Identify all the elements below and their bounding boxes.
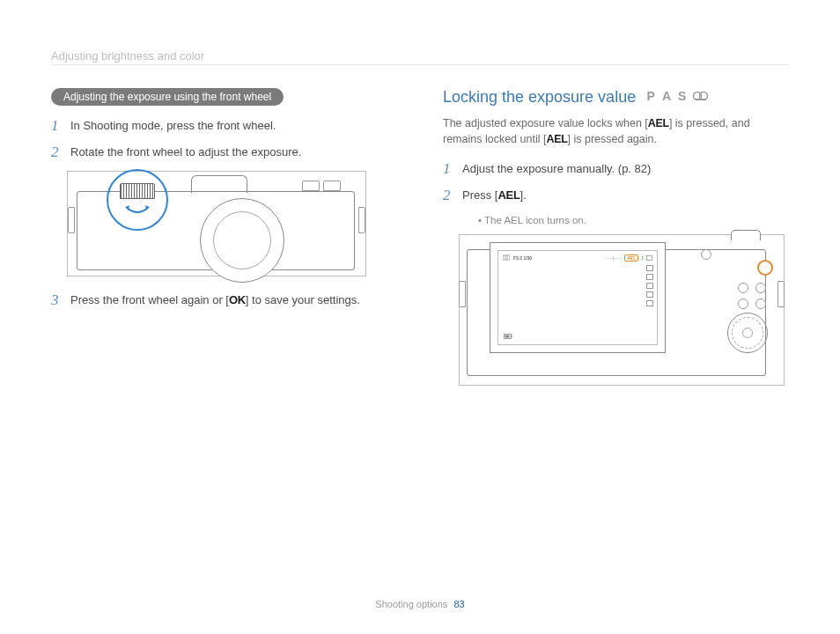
ael-button-label: AEL (648, 117, 669, 129)
left-steps: 1 In Shooting mode, press the front whee… (51, 118, 397, 160)
control-dial-icon (727, 313, 768, 353)
left-steps-cont: 3 Press the front wheel again or [OK] to… (51, 292, 397, 308)
camera-hump (191, 175, 247, 193)
content-columns: Adjusting the exposure using the front w… (51, 88, 789, 402)
step-text: Press the front wheel again or [OK] to s… (70, 292, 360, 308)
step-number: 1 (443, 161, 455, 177)
step-text: Rotate the front wheel to adjust the exp… (70, 144, 301, 160)
strap-lug-right (358, 207, 365, 233)
strap-lug-left (68, 207, 75, 233)
movie-mode-icon (693, 91, 709, 101)
camera-back-illustration: F3.2 1/30 ·····|····· AEL 1 (459, 234, 785, 386)
step-2: 2 Rotate the front wheel to adjust the e… (51, 144, 397, 160)
step-text: In Shooting mode, press the front wheel. (70, 118, 276, 134)
section-heading-row: Locking the exposure value P A S (443, 88, 789, 115)
svg-rect-5 (647, 255, 652, 260)
battery-icon (504, 334, 512, 339)
left-column: Adjusting the exposure using the front w… (51, 88, 397, 402)
small-button (755, 283, 766, 293)
step-number: 3 (51, 292, 63, 308)
ael-physical-button-highlight (757, 260, 773, 276)
small-button (738, 299, 748, 309)
screen-top-row: F3.2 1/30 ·····|····· AEL 1 (498, 251, 657, 263)
ael-button-label: AEL (497, 188, 519, 202)
step-number: 2 (51, 144, 63, 160)
exposure-readout: F3.2 1/30 (513, 255, 532, 261)
step-sub-bullet: The AEL icon turns on. (478, 215, 789, 225)
right-steps: 1 Adjust the exposure manually. (p. 82) … (443, 161, 789, 203)
ev-scale-icon: ·····|····· (605, 255, 623, 261)
ael-badge-icon: AEL (624, 254, 638, 262)
step-text-suffix: ]. (520, 188, 527, 202)
step-1: 1 Adjust the exposure manually. (p. 82) (443, 161, 789, 177)
front-wheel-icon (120, 183, 155, 199)
svg-rect-8 (505, 335, 510, 337)
step-3: 3 Press the front wheel again or [OK] to… (51, 292, 397, 308)
section-pill: Adjusting the exposure using the front w… (51, 88, 284, 106)
svg-point-4 (505, 256, 508, 259)
screen-option-icon (646, 283, 653, 289)
svg-rect-2 (696, 99, 706, 100)
small-button (738, 283, 748, 293)
ael-button-label: AEL (546, 133, 567, 145)
step-number: 2 (443, 188, 455, 203)
page-footer: Shooting options 83 (0, 599, 840, 609)
screen-side-icons (646, 265, 653, 306)
step-2: 2 Press [AEL]. (443, 188, 789, 203)
strap-lug-right (777, 281, 785, 307)
step-text-prefix: Press [ (462, 188, 497, 202)
right-column: Locking the exposure value P A S The adj… (443, 88, 789, 402)
screen-option-icon (646, 291, 653, 298)
step-text: Adjust the exposure manually. (p. 82) (462, 161, 651, 177)
lead-text: ] is pressed again. (568, 133, 657, 145)
screen-option-icon (646, 274, 653, 280)
svg-rect-7 (512, 335, 512, 337)
section-lead: The adjusted exposure value locks when [… (443, 115, 789, 147)
camera-screen: F3.2 1/30 ·····|····· AEL 1 (490, 242, 666, 353)
camera-mode-icon (503, 254, 510, 261)
eyepiece-hump (731, 230, 761, 240)
screen-inner: F3.2 1/30 ·····|····· AEL 1 (497, 250, 658, 345)
mode-indicators: P A S (647, 89, 710, 103)
running-head: Adjusting brightness and color (51, 49, 789, 63)
lead-text: The adjusted exposure value locks when [ (443, 117, 648, 129)
step-text: Press [AEL]. (462, 188, 527, 203)
mode-a: A (662, 89, 673, 103)
mode-s: S (678, 89, 688, 103)
screen-option-icon (646, 265, 653, 271)
page-number: 83 (453, 599, 464, 609)
rotate-arrow-icon (122, 204, 152, 217)
shots-remaining: 1 (641, 255, 644, 261)
camera-lens (200, 198, 284, 283)
step-number: 1 (51, 118, 63, 134)
header-rule (51, 64, 789, 65)
strap-lug-left (459, 281, 466, 307)
step-text-prefix: Press the front wheel again or [ (70, 293, 229, 306)
step-text-suffix: ] to save your settings. (246, 293, 360, 306)
mode-p: P (647, 89, 657, 103)
small-button (701, 249, 711, 260)
footer-section: Shooting options (375, 599, 447, 609)
section-heading: Locking the exposure value (443, 88, 636, 107)
control-column (696, 230, 775, 367)
camera-front-illustration (67, 171, 366, 276)
storage-icon (646, 255, 652, 261)
front-wheel-highlight (107, 169, 168, 231)
small-button (755, 299, 766, 309)
screen-option-icon (646, 300, 653, 306)
ok-button-label: OK (229, 293, 246, 306)
step-1: 1 In Shooting mode, press the front whee… (51, 118, 397, 134)
